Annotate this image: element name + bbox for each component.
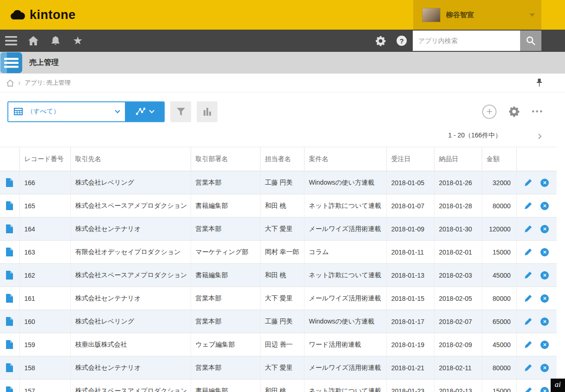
column-header-icon	[0, 147, 19, 171]
column-header-project[interactable]: 案件名	[304, 147, 386, 171]
filter-button[interactable]	[170, 101, 191, 122]
edit-record-icon[interactable]	[524, 364, 532, 372]
column-header-department[interactable]: 取引部署名	[191, 147, 260, 171]
column-header-amount[interactable]: 金額	[482, 147, 516, 171]
cell-amount: 45000	[482, 264, 516, 287]
table-view-icon	[14, 108, 23, 115]
help-button[interactable]: ?	[397, 36, 407, 46]
cell-person: 和田 桃	[260, 264, 304, 287]
delete-record-icon[interactable]: ×	[540, 317, 549, 326]
cell-project: ワード活用術連載	[304, 333, 386, 356]
cell-department: 営業本部	[191, 356, 260, 380]
cell-order-date: 2018-01-15	[386, 287, 434, 310]
delete-record-icon[interactable]: ×	[540, 341, 549, 349]
favorites-star-button[interactable]: ★	[71, 34, 84, 47]
record-detail-icon[interactable]	[6, 386, 13, 392]
next-page-button[interactable]: ›	[536, 131, 544, 141]
delete-record-icon[interactable]: ×	[540, 294, 549, 303]
cell-record-number: 161	[19, 287, 70, 310]
record-detail-icon[interactable]	[6, 294, 13, 303]
edit-record-icon[interactable]	[524, 248, 532, 256]
edit-record-icon[interactable]	[524, 179, 532, 187]
search-button[interactable]	[520, 31, 541, 51]
question-icon: ?	[397, 36, 407, 46]
delete-record-icon[interactable]: ×	[540, 271, 549, 280]
cell-project: ネット詐欺について連載	[304, 380, 386, 392]
cell-client: 株式会社スペースアメプロダクション	[70, 380, 191, 392]
table-row: 166 株式会社レベリング 営業本部 工藤 円美 Windowsの使い方連載 2…	[0, 171, 557, 194]
column-header-person[interactable]: 担当者名	[260, 147, 304, 171]
more-options-button[interactable]: •••	[532, 107, 544, 116]
table-row: 163 有限会社オデッセイプロダクション マーケティング部 岡村 幸一郎 コラム…	[0, 241, 557, 264]
global-nav: ★ ?	[0, 30, 565, 52]
record-detail-icon[interactable]	[6, 271, 13, 280]
record-detail-icon[interactable]	[6, 317, 13, 326]
delete-record-icon[interactable]: ×	[540, 202, 549, 210]
gear-icon	[508, 106, 520, 118]
cell-delivery-date: 2018-02-05	[434, 287, 482, 310]
cell-project: メールワイズ活用術連載	[304, 218, 386, 241]
delete-record-icon[interactable]: ×	[540, 225, 549, 233]
edit-record-icon[interactable]	[524, 387, 532, 392]
home-button[interactable]	[27, 34, 40, 47]
chart-button[interactable]	[197, 101, 217, 122]
edit-record-icon[interactable]	[524, 317, 532, 325]
app-icon	[0, 52, 23, 74]
cell-client: 株式会社スペースアメプロダクション	[70, 264, 191, 287]
cell-project: コラム	[304, 241, 386, 264]
cell-order-date: 2018-01-05	[386, 171, 434, 194]
table-row: 160 株式会社レベリング 営業本部 工藤 円美 Windowsの使い方連載 2…	[0, 310, 557, 333]
cell-actions: ×	[516, 241, 557, 264]
records-table: レコード番号 取引先名 取引部署名 担当者名 案件名 受注日 納品日 金額 16…	[0, 147, 557, 392]
delete-record-icon[interactable]: ×	[540, 364, 549, 372]
pagination: 1 - 20（166件中） ›	[0, 129, 565, 143]
settings-button[interactable]	[375, 35, 386, 47]
app-search	[413, 31, 541, 51]
bar-chart-icon	[203, 107, 211, 116]
user-menu[interactable]: 柳谷智宣	[413, 0, 541, 30]
edit-record-icon[interactable]	[524, 225, 532, 233]
delete-record-icon[interactable]: ×	[540, 248, 549, 256]
top-header: kintone 柳谷智宣	[0, 0, 565, 30]
edit-record-icon[interactable]	[524, 294, 532, 302]
column-header-order-date[interactable]: 受注日	[386, 147, 434, 171]
column-header-record-number[interactable]: レコード番号	[19, 147, 70, 171]
pin-icon[interactable]	[536, 79, 542, 87]
cell-order-date: 2018-01-11	[386, 241, 434, 264]
cell-amount: 15000	[482, 380, 516, 392]
notifications-bell-button[interactable]	[49, 34, 62, 47]
record-detail-icon[interactable]	[6, 178, 13, 187]
view-selector[interactable]: （すべて）	[8, 102, 125, 121]
record-detail-icon[interactable]	[6, 201, 13, 210]
column-header-client[interactable]: 取引先名	[70, 147, 191, 171]
hamburger-menu-button[interactable]	[5, 34, 18, 47]
edit-record-icon[interactable]	[524, 271, 532, 279]
cell-client: 株式会社センテナリオ	[70, 218, 191, 241]
record-detail-icon[interactable]	[6, 248, 13, 256]
app-settings-button[interactable]	[508, 106, 520, 118]
cell-actions: ×	[516, 264, 557, 287]
kintone-logo[interactable]: kintone	[10, 8, 76, 22]
cell-client: 株式会社レベリング	[70, 171, 191, 194]
record-detail-icon[interactable]	[6, 363, 13, 372]
delete-record-icon[interactable]: ×	[540, 179, 549, 187]
cell-actions: ×	[516, 356, 557, 380]
pagination-range: 1 - 20（166件中）	[448, 131, 502, 140]
breadcrumb-home-icon[interactable]	[6, 80, 14, 87]
delete-record-icon[interactable]: ×	[540, 387, 549, 392]
cell-delivery-date: 2018-02-13	[434, 380, 482, 392]
cell-actions: ×	[516, 218, 557, 241]
column-header-delivery-date[interactable]: 納品日	[434, 147, 482, 171]
table-row: 158 株式会社センテナリオ 営業本部 大下 愛里 メールワイズ活用術連載 20…	[0, 356, 557, 380]
cell-department: 書籍編集部	[191, 264, 260, 287]
record-detail-icon[interactable]	[6, 340, 13, 349]
breadcrumb[interactable]: アプリ: 売上管理	[25, 79, 70, 87]
add-record-button[interactable]: +	[482, 105, 497, 119]
graph-button[interactable]	[125, 102, 164, 121]
app-title: 売上管理	[29, 58, 59, 68]
app-search-input[interactable]	[413, 31, 520, 51]
edit-record-icon[interactable]	[524, 202, 532, 210]
edit-record-icon[interactable]	[524, 341, 532, 348]
cell-department: 書籍編集部	[191, 194, 260, 218]
record-detail-icon[interactable]	[6, 224, 13, 233]
